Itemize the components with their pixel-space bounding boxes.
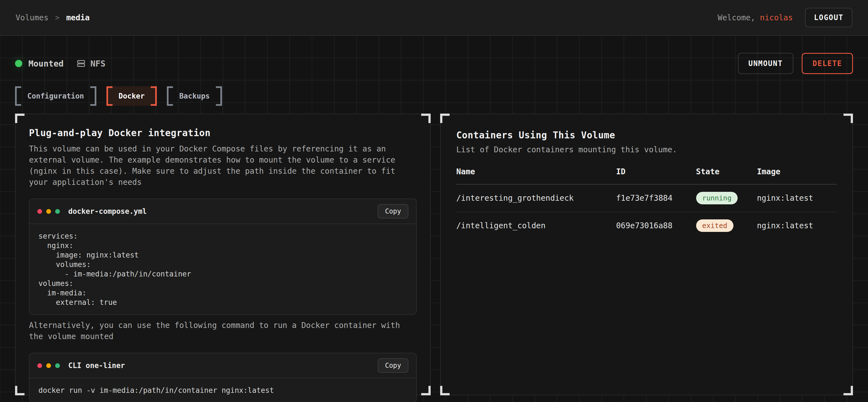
table-row: /interesting_grothendieck f1e73e7f3884 r…: [456, 184, 837, 212]
container-name: /intelligent_colden: [456, 212, 616, 239]
compose-code-block: docker-compose.yml Copy services: nginx:…: [29, 199, 417, 315]
mounted-status-label: Mounted: [28, 59, 63, 68]
bracket-right-icon: [151, 86, 157, 106]
panel-description: This volume can be used in your Docker C…: [29, 143, 411, 188]
window-dots-icon: [37, 363, 60, 368]
corner-bracket-icon: [421, 386, 431, 395]
breadcrumb-volumes-link[interactable]: Volumes: [16, 13, 49, 22]
containers-panel: Containers Using This Volume List of Doc…: [440, 113, 853, 395]
code-block-header: CLI one-liner Copy: [30, 353, 416, 378]
column-header-state: State: [696, 167, 757, 184]
tab-backups[interactable]: Backups: [167, 86, 222, 106]
tab-configuration[interactable]: Configuration: [15, 86, 96, 106]
tab-label: Configuration: [27, 92, 84, 100]
welcome-prefix: Welcome,: [718, 13, 760, 22]
bracket-left-icon: [167, 86, 173, 106]
volume-type-label: NFS: [90, 59, 105, 68]
tab-label: Backups: [179, 92, 210, 100]
status-badge: exited: [696, 220, 734, 232]
corner-bracket-icon: [421, 113, 431, 123]
breadcrumb-separator-icon: >: [55, 13, 60, 22]
copy-cli-button[interactable]: Copy: [378, 358, 408, 373]
corner-bracket-icon: [440, 113, 450, 123]
server-stack-icon: [76, 59, 86, 68]
container-image: nginx:latest: [757, 184, 837, 212]
corner-bracket-icon: [440, 386, 450, 395]
table-row: /intelligent_colden 069e73016a88 exited …: [456, 212, 837, 239]
username: nicolas: [760, 13, 793, 22]
cli-intro-text: Alternatively, you can use the following…: [29, 320, 411, 342]
logout-button[interactable]: LOGOUT: [805, 8, 852, 27]
main-area: Mounted NFS UNMOUNT DELETE Configuration: [0, 36, 868, 402]
bracket-left-icon: [106, 86, 113, 106]
breadcrumb: Volumes > media: [16, 13, 90, 22]
panel-subtitle: List of Docker containers mounting this …: [456, 145, 837, 154]
tab-docker[interactable]: Docker: [106, 86, 157, 106]
tab-label: Docker: [119, 92, 145, 100]
corner-bracket-icon: [15, 113, 25, 123]
window-dots-icon: [37, 209, 60, 214]
cli-code: docker run -v im-media:/path/in/containe…: [30, 378, 416, 402]
compose-code: services: nginx: image: nginx:latest vol…: [30, 224, 416, 314]
cli-code-block: CLI one-liner Copy docker run -v im-medi…: [29, 353, 417, 402]
container-name: /interesting_grothendieck: [456, 184, 616, 212]
status-badge: running: [696, 192, 738, 204]
volume-status: Mounted NFS: [15, 59, 105, 68]
unmount-button[interactable]: UNMOUNT: [738, 53, 794, 74]
container-id: 069e73016a88: [616, 212, 696, 239]
bracket-left-icon: [15, 86, 21, 106]
copy-compose-button[interactable]: Copy: [378, 204, 408, 219]
bracket-right-icon: [90, 86, 96, 106]
code-filename: CLI one-liner: [68, 361, 378, 370]
column-header-name: Name: [456, 167, 616, 184]
top-bar-right: Welcome, nicolas LOGOUT: [718, 8, 852, 27]
welcome-text: Welcome, nicolas: [718, 13, 793, 22]
container-image: nginx:latest: [757, 212, 837, 239]
code-block-header: docker-compose.yml Copy: [30, 199, 416, 224]
volume-actions: UNMOUNT DELETE: [738, 53, 853, 74]
table-header-row: Name ID State Image: [456, 167, 837, 184]
panels-row: Plug-and-play Docker integration This vo…: [15, 113, 853, 395]
column-header-id: ID: [616, 167, 696, 184]
corner-bracket-icon: [15, 386, 25, 395]
column-header-image: Image: [757, 167, 837, 184]
corner-bracket-icon: [843, 113, 853, 123]
bracket-right-icon: [216, 86, 222, 106]
top-bar: Volumes > media Welcome, nicolas LOGOUT: [0, 0, 868, 36]
tab-bar: Configuration Docker Backups: [15, 86, 853, 106]
panel-title: Containers Using This Volume: [456, 130, 837, 141]
breadcrumb-current-volume: media: [66, 13, 90, 22]
delete-button[interactable]: DELETE: [802, 53, 853, 74]
container-id: f1e73e7f3884: [616, 184, 696, 212]
docker-integration-panel: Plug-and-play Docker integration This vo…: [15, 113, 431, 395]
containers-table: Name ID State Image /interesting_grothen…: [456, 167, 837, 239]
corner-bracket-icon: [843, 386, 853, 395]
panel-title: Plug-and-play Docker integration: [29, 128, 417, 138]
code-filename: docker-compose.yml: [68, 207, 378, 215]
mounted-status-dot-icon: [15, 60, 22, 67]
status-row: Mounted NFS UNMOUNT DELETE: [15, 36, 853, 74]
